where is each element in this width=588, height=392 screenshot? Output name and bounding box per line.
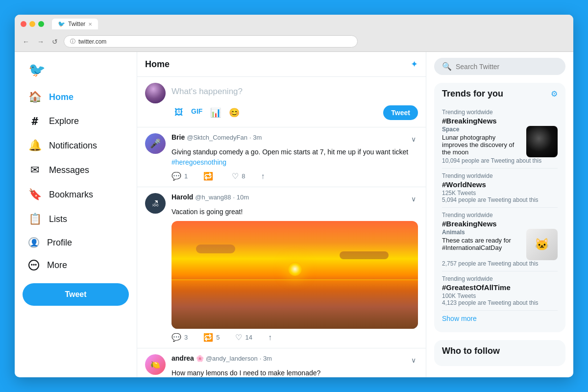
sidebar-item-messages[interactable]: ✉ Messages	[23, 159, 129, 181]
trend-count: 10,094 people are Tweeting about this	[442, 157, 558, 164]
compose-tools: 🖼 GIF 📊 😊	[172, 104, 243, 121]
sidebar-item-bookmarks-label: Bookmarks	[49, 190, 93, 200]
tweet-text: Vacation is going great!	[172, 207, 418, 217]
trend-category: Trending worldwide	[442, 212, 558, 219]
sidebar-item-profile[interactable]: 👤 Profile	[23, 232, 129, 253]
like-action[interactable]: ♡ 14	[235, 333, 252, 342]
compose-box: What's happening? 🖼 GIF 📊 😊 Tweet	[137, 77, 426, 127]
close-button[interactable]	[21, 21, 26, 27]
poll-icon[interactable]: 📊	[207, 104, 224, 121]
minimize-button[interactable]	[29, 21, 35, 27]
back-button[interactable]: ←	[21, 37, 31, 47]
share-icon: ↑	[261, 172, 265, 181]
trend-item[interactable]: Trending worldwide #BreakingNews Space L…	[442, 105, 558, 169]
tweet-header: andrea 🌸 @andy_landerson · 3m ∨	[172, 354, 418, 366]
trend-with-image: Animals These cats are ready for #Intern…	[442, 229, 558, 260]
trends-box: Trends for you ⚙ Trending worldwide #Bre…	[434, 83, 565, 332]
cloud	[196, 245, 235, 253]
compose-placeholder[interactable]: What's happening?	[172, 83, 418, 100]
bell-icon: 🔔	[28, 139, 41, 152]
more-icon: •••	[28, 260, 39, 270]
tweet-time: · 3m	[249, 134, 262, 141]
like-action[interactable]: ♡ 8	[232, 172, 245, 181]
avatar: 🎤	[145, 133, 166, 154]
trend-item[interactable]: Trending worldwide #GreatestOfAllTime 10…	[442, 271, 558, 311]
tweet-actions: 💬 3 🔁 5 ♡ 14 ↑	[172, 333, 418, 342]
lists-icon: 📋	[28, 213, 41, 225]
show-more-link[interactable]: Show more	[442, 311, 558, 326]
trend-category: Trending worldwide	[442, 275, 558, 282]
forward-button[interactable]: →	[35, 37, 46, 47]
url-text: twitter.com	[78, 38, 106, 45]
reply-action[interactable]: 💬 1	[172, 172, 188, 181]
refresh-button[interactable]: ↺	[50, 37, 60, 47]
trends-title: Trends for you	[442, 89, 503, 99]
sidebar: 🐦 🏠 Home # Explore 🔔 Notifications ✉ Mes…	[15, 52, 137, 377]
maximize-button[interactable]	[38, 21, 44, 27]
trend-count: 4,123 people are Tweeting about this	[442, 299, 558, 306]
settings-icon[interactable]: ⚙	[551, 89, 558, 98]
tweet-menu-icon[interactable]: ∨	[409, 133, 418, 145]
trend-card-title: Space	[442, 126, 522, 133]
tweet-menu-icon[interactable]: ∨	[409, 193, 418, 205]
tweet-content: Harold @h_wang88 · 10m ∨ Vacation is goi…	[172, 193, 418, 342]
trend-item[interactable]: Trending worldwide #BreakingNews Animals…	[442, 208, 558, 271]
emoji-icon[interactable]: 😊	[226, 104, 243, 121]
reply-icon: 💬	[172, 172, 181, 181]
tweet-button[interactable]: Tweet	[23, 283, 129, 306]
trend-category: Trending worldwide	[442, 109, 558, 116]
trend-thumbnail: 🐱	[526, 229, 558, 260]
trend-item[interactable]: Trending worldwide #WorldNews 125K Tweet…	[442, 169, 558, 208]
compose-tweet-button[interactable]: Tweet	[383, 105, 418, 120]
tweet-item: 🏖 Harold @h_wang88 · 10m ∨ Vacation is g…	[137, 187, 426, 348]
cloud	[340, 251, 389, 259]
sidebar-item-home-label: Home	[49, 92, 74, 102]
tweet-header: Brie @Sktch_ComedyFan · 3m ∨	[172, 133, 418, 145]
sidebar-item-home[interactable]: 🏠 Home	[23, 86, 129, 108]
who-to-follow-title: Who to follow	[442, 346, 558, 356]
sidebar-item-explore-label: Explore	[49, 116, 79, 126]
tweet-content: Brie @Sktch_ComedyFan · 3m ∨ Giving stan…	[172, 133, 418, 181]
sidebar-item-notifications-label: Notifications	[49, 141, 97, 151]
trend-card-text: Space Lunar photography improves the dis…	[442, 126, 522, 156]
sidebar-item-messages-label: Messages	[49, 165, 89, 175]
sidebar-item-more-label: More	[47, 260, 67, 270]
sidebar-item-bookmarks[interactable]: 🔖 Bookmarks	[23, 183, 129, 206]
traffic-lights	[21, 21, 44, 27]
trend-thumbnail	[526, 126, 558, 157]
browser-tab[interactable]: 🐦 Twitter ✕	[52, 19, 98, 29]
trend-count: 5,094 people are Tweeting about this	[442, 196, 558, 203]
like-count: 14	[245, 334, 252, 341]
tweet-content: andrea 🌸 @andy_landerson · 3m ∨ How many…	[172, 354, 418, 377]
sidebar-item-notifications[interactable]: 🔔 Notifications	[23, 134, 129, 157]
sidebar-item-lists[interactable]: 📋 Lists	[23, 208, 129, 230]
search-box[interactable]: 🔍	[434, 58, 565, 75]
gif-icon[interactable]: GIF	[188, 104, 205, 121]
sidebar-item-explore[interactable]: # Explore	[23, 110, 129, 132]
retweet-action[interactable]: 🔁	[203, 172, 216, 181]
image-upload-icon[interactable]: 🖼	[172, 104, 186, 121]
tab-close-icon[interactable]: ✕	[88, 22, 92, 27]
share-icon: ↑	[268, 333, 272, 342]
tweet-hashtag-link[interactable]: #heregoesnothing	[172, 158, 226, 166]
url-bar[interactable]: ⓘ twitter.com	[64, 35, 358, 48]
tweet-meta: Harold @h_wang88 · 10m	[172, 193, 249, 201]
share-action[interactable]: ↑	[268, 333, 272, 342]
reply-count: 1	[184, 172, 188, 180]
sidebar-item-lists-label: Lists	[49, 214, 67, 224]
sparkle-icon[interactable]: ✦	[411, 59, 418, 70]
search-icon: 🔍	[442, 62, 452, 71]
retweet-action[interactable]: 🔁 5	[203, 333, 220, 342]
profile-icon: 👤	[28, 237, 39, 248]
sidebar-item-more[interactable]: ••• More	[23, 255, 129, 275]
tweet-menu-icon[interactable]: ∨	[409, 354, 418, 366]
trend-sub-count: 100K Tweets	[442, 293, 558, 299]
sunset-photo	[172, 221, 418, 329]
share-action[interactable]: ↑	[261, 172, 265, 181]
reply-action[interactable]: 💬 3	[172, 333, 188, 342]
search-input[interactable]	[456, 63, 558, 71]
tweet-text: How many lemons do I need to make lemona…	[172, 368, 418, 377]
avatar: 🏖	[145, 193, 166, 214]
trend-with-image: Space Lunar photography improves the dis…	[442, 126, 558, 157]
trend-card-title: Animals	[442, 229, 522, 236]
